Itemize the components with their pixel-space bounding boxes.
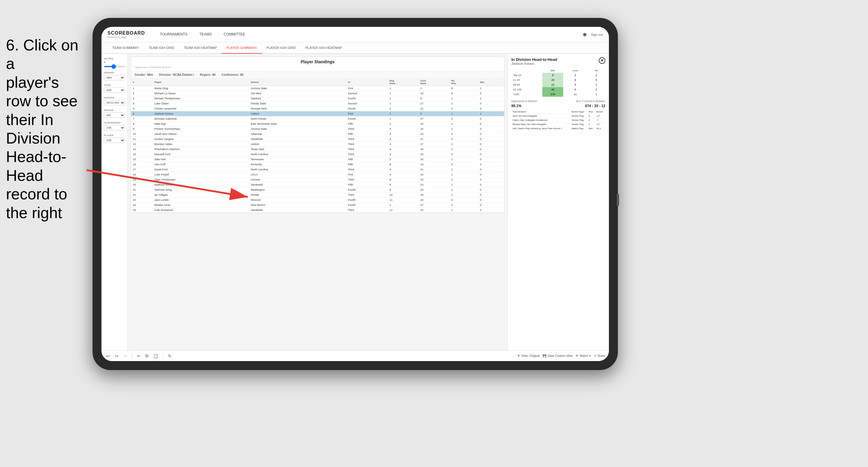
- tablet-screen: SCOREBOARD Powered by clippi TOURNAMENTS…: [101, 27, 609, 361]
- sub-nav-team-h2h-heatmap[interactable]: TEAM H2H HEATMAP: [179, 42, 222, 54]
- opponents-label: Opponents in division:: [511, 100, 538, 103]
- copy-button[interactable]: ⧉: [144, 353, 150, 359]
- h2h-row: 51-100 46 6 3: [511, 87, 605, 92]
- sidebar-year: Year (All): [104, 84, 125, 93]
- table-row[interactable]: 8 Mats Ege East Tennessee State Fifth 1 …: [131, 121, 504, 127]
- logo-subtitle: Powered by clippi: [107, 36, 145, 38]
- share-button[interactable]: ↗ Share: [594, 354, 605, 357]
- sub-nav-team-summary[interactable]: TEAM SUMMARY: [107, 42, 144, 54]
- opponents-header: Opponents in division: W-L-T record in-d…: [511, 100, 605, 103]
- table-row[interactable]: 7 Nicholas Gabrelcik North Florida Fourt…: [131, 116, 504, 121]
- sidebar-conference: Conference (All): [104, 121, 125, 130]
- h2h-panel: In Division Head-to-Head Jackson Koivun …: [507, 54, 609, 350]
- table-row[interactable]: 25 Cole Sherwood Vanderbilt Third 12 23 …: [131, 208, 504, 213]
- sub-nav-player-summary[interactable]: PLAYER SUMMARY: [222, 42, 262, 54]
- standings-panel: Player Standings Update time: 27/03/2024…: [131, 57, 504, 213]
- filter-region: Region: All: [200, 73, 216, 76]
- table-row[interactable]: 11 Gordon Sargent Vanderbilt Third 4 21 …: [131, 137, 504, 142]
- h2h-col-loss: Loss: [563, 68, 587, 73]
- nav-committee[interactable]: COMMITTEE: [218, 27, 251, 42]
- table-row[interactable]: 2 Michael La Sasso Ole Miss Second 1 19 …: [131, 91, 504, 96]
- table-row[interactable]: 5 Christo Lamprecht Georgia Tech Fourth …: [131, 106, 504, 111]
- save-custom-button[interactable]: 💾 Save Custom View: [542, 354, 572, 357]
- col-yr: Yr: [346, 79, 388, 86]
- update-time: Update time: 27/03/2024 16:56:26: [135, 66, 501, 69]
- table-row[interactable]: 13 Phachakorn Matchon Texas A&M Third 6 …: [131, 147, 504, 152]
- eye-icon: 👁: [517, 354, 520, 357]
- table-row[interactable]: 12 Brendan Valles Auburn Third 4 27 1 0: [131, 142, 504, 147]
- opponents-section: Opponents in division: W-L-T record in-d…: [511, 100, 605, 108]
- table-row[interactable]: 16 Alex Goff Kentucky Fifth 8 19 0 0: [131, 162, 504, 167]
- h2h-col-win: Win: [542, 68, 563, 73]
- save-icon: 💾: [542, 354, 546, 357]
- conference-select[interactable]: (All): [104, 125, 125, 130]
- table-row[interactable]: 14 Maxwell Ford North Carolina Third 4 2…: [131, 152, 504, 157]
- watch-icon: 👁: [576, 354, 579, 357]
- table-row[interactable]: 24 Bastien Amat New Mexico Fourth 1 27 2…: [131, 203, 504, 208]
- redo-button[interactable]: ↪: [114, 353, 119, 359]
- table-row[interactable]: 23 Jack Lundin Missouri Fourth 11 24 0 0: [131, 197, 504, 203]
- table-row[interactable]: 3 Michael Thorbjornsen Stanford Fourth 1…: [131, 96, 504, 101]
- refresh-button[interactable]: ↻: [167, 353, 173, 359]
- sub-nav-player-h2h-grid[interactable]: PLAYER H2H GRID: [262, 42, 301, 54]
- nav-tournaments[interactable]: TOURNAMENTS: [154, 27, 193, 42]
- tournament-table: Tournament Event Type Pos Score Amer Ari…: [511, 110, 605, 131]
- sub-nav-team-h2h-grid[interactable]: TEAM H2H GRID: [144, 42, 179, 54]
- nav-items: TOURNAMENTS TEAMS COMMITTEE: [154, 27, 583, 42]
- undo-button[interactable]: ↩: [105, 353, 111, 359]
- table-row[interactable]: 21 Taehoon Song Washington Fourth 6 23 1…: [131, 187, 504, 192]
- col-conf-rank: ConfRank: [418, 79, 449, 86]
- col-reg-rank: RegRank: [388, 79, 418, 86]
- sidebar-gender: Gender Men Women: [104, 71, 125, 80]
- table-row[interactable]: 17 David Ford North Carolina Third 4 21 …: [131, 167, 504, 172]
- main-content: No Rds. 6 Gender Men Women Year (All): [101, 54, 609, 350]
- opponents-pct: 98.1%: [511, 104, 522, 108]
- h2h-header: In Division Head-to-Head Jackson Koivun …: [511, 57, 605, 65]
- table-row[interactable]: 1 Wenyi Ding Arizona State First 1 1 8 1: [131, 86, 504, 91]
- col-no-rds: No.Rds.: [450, 79, 478, 86]
- forward-button[interactable]: →: [122, 353, 128, 359]
- tour-col-pos: Pos: [587, 110, 595, 114]
- table-row[interactable]: 20 Matthew Riedel Vanderbilt Fifth 8 23 …: [131, 182, 504, 187]
- table-row[interactable]: 10 Jacob Mou Oleson Arkansas Fifth 4 23 …: [131, 132, 504, 137]
- table-row[interactable]: 9 Preston Summerhays Arizona State Third…: [131, 127, 504, 132]
- year-select[interactable]: (All): [104, 87, 125, 93]
- wlt-record: 674 - 33 - 12: [585, 104, 605, 108]
- close-button[interactable]: ✕: [599, 57, 605, 64]
- col-school: School: [249, 79, 346, 86]
- region-select[interactable]: N/A: [104, 113, 125, 118]
- h2h-title: In Division Head-to-Head: [511, 57, 557, 62]
- filter-conference: Conference: All: [221, 73, 243, 76]
- table-row[interactable]: 6 Jackson Koivun Auburn First 1 0 1 1: [131, 111, 504, 116]
- h2h-row: 11-25 20 9 5: [511, 77, 605, 82]
- sign-out[interactable]: Sign out: [591, 33, 603, 36]
- table-row[interactable]: 18 Luke Powell UCLA First 4 24 1 0: [131, 172, 504, 177]
- h2h-col-tie: Tie: [587, 68, 605, 73]
- nav-teams[interactable]: TEAMS: [193, 27, 218, 42]
- view-original-button[interactable]: 👁 View: Original: [517, 354, 540, 357]
- panel-filters: Gender: Men Division: NCAA Division I Re…: [131, 71, 504, 79]
- table-row[interactable]: 19 Tiger Christensen Arizona Third 8 23 …: [131, 177, 504, 182]
- table-row[interactable]: 22 Ian Gilligan Florida Third 10 24 1 0: [131, 192, 504, 197]
- table-row[interactable]: 4 Luke Claton Florida State Second 1 27 …: [131, 101, 504, 106]
- gender-select[interactable]: Men Women: [104, 75, 125, 80]
- paste-button[interactable]: 📋: [152, 353, 159, 359]
- h2h-table: Win Loss Tie Top 10 8 3 2 11-25 20 9 5 2…: [511, 68, 605, 97]
- nav-right: ⬤ Sign out: [583, 33, 603, 36]
- division-select[interactable]: NCAA Division I: [104, 100, 125, 105]
- share-icon: ↗: [594, 354, 596, 357]
- toolbar: ↩ ↪ → ✂ ⧉ 📋 ↻ 👁 View: Original 💾 Save Cu…: [101, 350, 609, 361]
- table-row[interactable]: 15 Jake Hall Tennessee Fifth 5 20 1 0: [131, 157, 504, 162]
- scissors-button[interactable]: ✂: [136, 353, 142, 359]
- filter-division: Division: NCAA Division I: [159, 73, 194, 76]
- tournament-row: Mirabel Maui Jim Intercollegiate Stroke …: [511, 122, 605, 127]
- h2h-row: >100 578 11 1: [511, 92, 605, 97]
- tour-col-tournament: Tournament: [511, 110, 570, 114]
- watch-button[interactable]: 👁 Watch ▾: [576, 354, 591, 357]
- top-nav: SCOREBOARD Powered by clippi TOURNAMENTS…: [101, 27, 609, 42]
- h2h-row: 26-50 22 4 1: [511, 82, 605, 87]
- player-select[interactable]: (All): [104, 137, 125, 143]
- sidebar-division: Division NCAA Division I: [104, 96, 125, 105]
- no-rds-slider[interactable]: [104, 66, 125, 67]
- sub-nav-player-h2h-heatmap[interactable]: PLAYER H2H HEATMAP: [301, 42, 347, 54]
